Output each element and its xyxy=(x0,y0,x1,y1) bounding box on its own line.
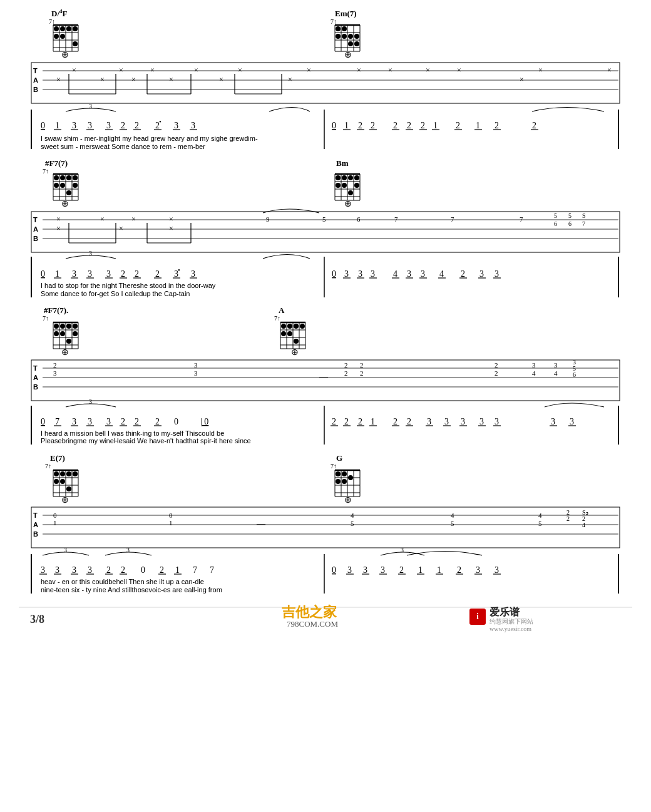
note3-0b: 0 xyxy=(174,417,178,426)
note4-3i: 3 xyxy=(495,565,499,575)
chord-dot xyxy=(348,41,353,46)
chord-dot xyxy=(354,175,359,180)
chord-dot xyxy=(294,324,299,329)
note4-1c: 1 xyxy=(437,565,441,575)
brand1-sub: 798COM.COM xyxy=(287,619,338,629)
chord-dot xyxy=(54,26,59,31)
frac-4-top3: 4 xyxy=(538,511,542,519)
chord-dot xyxy=(54,175,59,180)
frac-22-bot3: 2 xyxy=(495,369,498,377)
chord-dot xyxy=(60,26,65,31)
chord-dot xyxy=(54,34,59,39)
note4-3d: 3 xyxy=(88,565,92,575)
note2-3b: 3 xyxy=(88,269,92,279)
chord-dot xyxy=(66,339,71,344)
tab-x: × xyxy=(119,66,123,75)
tab-x: × xyxy=(607,66,612,75)
tab-x2: × xyxy=(100,215,105,224)
chord-marker-f7b: ⊕ xyxy=(61,347,69,357)
note2-3g: 3 xyxy=(358,269,362,279)
lyric-2-2: Some dance to for-get So I calledup the … xyxy=(41,290,190,297)
note4-3h: 3 xyxy=(476,565,480,575)
tab-label-T: T xyxy=(33,67,38,75)
chord-dot xyxy=(342,175,347,180)
note2-3l: 3 xyxy=(495,269,499,279)
chord-dot xyxy=(336,471,341,476)
note4-3f: 3 xyxy=(363,565,367,575)
note3-2g: 2 xyxy=(393,417,397,426)
lyric-1-2: sweet sum - mersweat Some dance to rem -… xyxy=(41,143,205,150)
note-2e: 2 xyxy=(393,121,397,130)
tab-label-A2: A xyxy=(33,225,38,233)
svg-rect-175 xyxy=(31,507,620,548)
note3-2d: 2 xyxy=(332,417,336,426)
frac-34-top: 3 xyxy=(532,361,536,369)
chord-dot xyxy=(60,183,65,188)
note4-2e: 2 xyxy=(457,565,461,575)
chord-dot xyxy=(348,475,353,480)
note4-0b: 0 xyxy=(332,565,336,575)
note-1c: 1 xyxy=(433,121,438,130)
chord-dot xyxy=(300,324,305,329)
chord-dot xyxy=(342,34,347,39)
chord-dot xyxy=(336,479,341,484)
tab-label-B4: B xyxy=(33,530,38,538)
tab-x: × xyxy=(150,66,155,75)
note4-3g: 3 xyxy=(381,565,385,575)
brand1-text: 吉他之家 xyxy=(282,604,337,620)
tab-x: × xyxy=(388,66,392,75)
tab-fret-9: 9 xyxy=(266,215,270,223)
frac-22-top2: 2 xyxy=(360,361,364,369)
note-0b: 0 xyxy=(332,121,336,130)
frac-4-last: 4 xyxy=(582,522,585,528)
note2-3k: 3 xyxy=(479,269,484,279)
tab-x: × xyxy=(426,66,430,75)
tab-fret-7: 7 xyxy=(394,215,398,223)
slur2 xyxy=(532,108,604,112)
chord-marker-e7: ⊕ xyxy=(61,495,69,505)
lyric-1-1: I swaw shim - mer-inglight my head grew … xyxy=(41,135,258,142)
chord-dot xyxy=(336,26,341,31)
note3-2e: 2 xyxy=(344,417,349,426)
tab-fret-5: 5 xyxy=(322,215,326,223)
lyric-4-1: heav - en or this couldbehell Then she i… xyxy=(41,578,204,585)
chord-marker-g: ⊕ xyxy=(344,495,352,505)
frac-6: 6 xyxy=(573,371,576,378)
lyric-2-1: I had to stop for the night Thereshe sto… xyxy=(41,282,216,289)
note3-3d: 3 xyxy=(427,417,431,426)
chord-dot xyxy=(342,183,347,188)
note3-2b: 2 xyxy=(135,417,139,426)
note-0: 0 xyxy=(41,121,45,130)
note4-0a: 0 xyxy=(141,565,145,575)
note3-7a: 7 xyxy=(55,417,59,426)
note-2g: 2 xyxy=(421,121,425,130)
tab-label-T3: T xyxy=(33,364,38,372)
tab-x-a: × xyxy=(288,75,292,84)
frac-22-top: 2 xyxy=(344,361,348,369)
tab-x2: × xyxy=(56,215,61,224)
chord-name-bm: Bm xyxy=(336,158,349,168)
rest-mark2: — xyxy=(256,519,266,528)
note3-1a: 1 xyxy=(371,417,375,426)
chord-name-a: A xyxy=(279,306,285,315)
frac-22-top3: 2 xyxy=(495,361,498,369)
note3-3a: 3 xyxy=(72,417,76,426)
lyric-4-2: nine-teen six - ty nine And stillthosevo… xyxy=(41,586,222,594)
frac-3-top2: 3 xyxy=(194,361,198,369)
chord-dot xyxy=(73,175,78,180)
slur-tab2 xyxy=(263,209,319,213)
note3-2c: 2 xyxy=(155,417,160,426)
note2-2d: 2 xyxy=(461,269,465,279)
chord-dot xyxy=(73,183,78,188)
note4-3e: 3 xyxy=(347,565,352,575)
note3-2f: 2 xyxy=(358,417,362,426)
chord-marker-f7: ⊕ xyxy=(61,199,69,208)
note3-2h: 2 xyxy=(407,417,411,426)
frac-2-bot2: 2 xyxy=(566,515,570,522)
page-number: 3/8 xyxy=(30,613,44,625)
chord-dot xyxy=(73,41,78,46)
lyric-3-2: Pleasebringme my wineHesaid We have-n't … xyxy=(41,437,251,445)
triplet-3e: 3 xyxy=(126,547,130,553)
score-page: .stext { font-family: 'Times New Roman',… xyxy=(19,6,632,779)
tab-x-a: × xyxy=(219,75,223,84)
